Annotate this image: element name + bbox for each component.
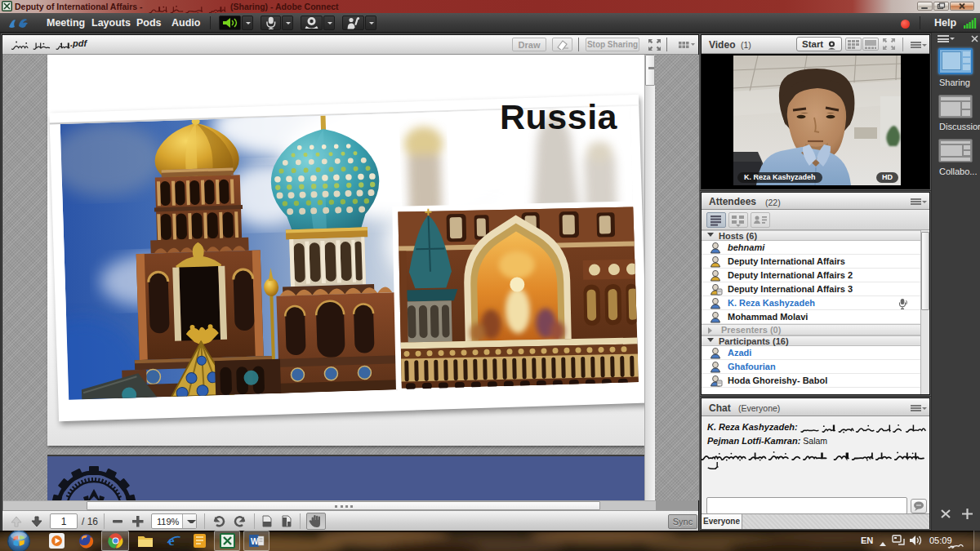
- svg-text:W: W: [251, 537, 259, 546]
